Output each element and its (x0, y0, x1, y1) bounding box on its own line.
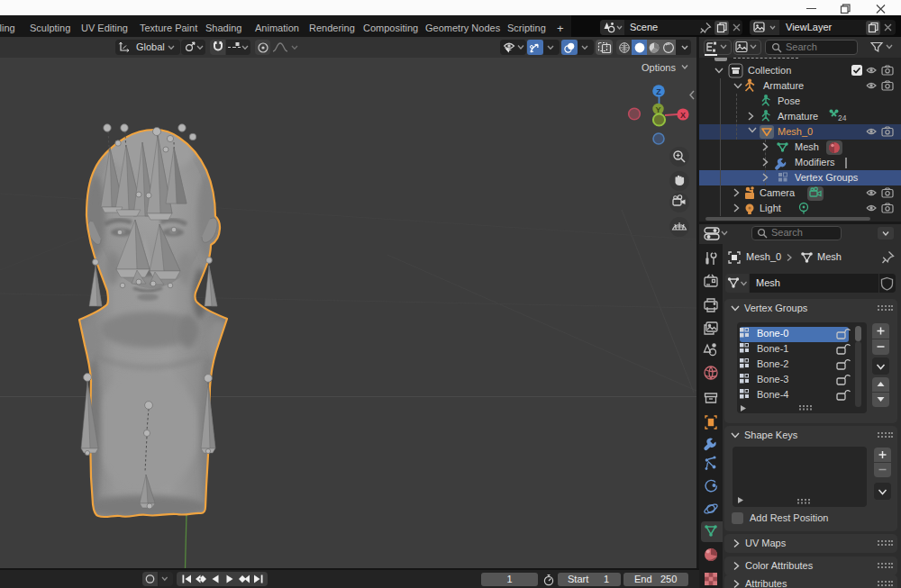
svg-text:X: X (680, 111, 686, 120)
svg-text:Z: Z (656, 87, 661, 96)
svg-text:Y: Y (655, 105, 660, 114)
svg-text:Options: Options (642, 62, 676, 73)
svg-text:24: 24 (838, 113, 847, 122)
